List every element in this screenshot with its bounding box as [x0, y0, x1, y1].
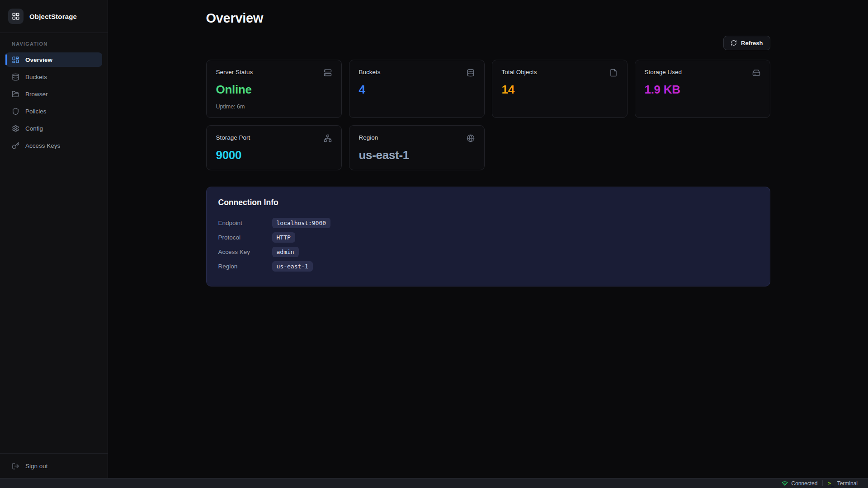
stats-grid: Server Status Online Uptime: 6m: [206, 60, 770, 170]
server-icon: [324, 69, 332, 77]
sidebar-item-label: Access Keys: [25, 142, 60, 149]
hard-drive-icon: [752, 69, 760, 77]
nav-section-label: NAVIGATION: [12, 41, 102, 47]
sidebar-item-label: Config: [25, 125, 43, 132]
terminal-toggle[interactable]: >_ Terminal: [823, 480, 863, 487]
connection-info-panel: Connection Info Endpoint localhost:9000 …: [206, 187, 770, 286]
stat-value: 1.9 KB: [645, 83, 760, 97]
refresh-label: Refresh: [741, 40, 763, 47]
sidebar-item-access-keys[interactable]: Access Keys: [5, 138, 102, 153]
grid-icon: [12, 12, 20, 20]
database-icon: [467, 69, 475, 77]
connection-row-region: Region us-east-1: [218, 259, 758, 273]
gear-icon: [12, 125, 19, 132]
refresh-icon: [731, 40, 737, 46]
app-title: ObjectStorage: [29, 13, 77, 20]
sidebar-item-label: Policies: [25, 108, 47, 115]
folder-open-icon: [12, 90, 19, 98]
stat-card-storage-port: Storage Port 9000: [206, 125, 342, 170]
stat-card-server-status: Server Status Online Uptime: 6m: [206, 60, 342, 118]
refresh-button[interactable]: Refresh: [723, 36, 770, 50]
stat-label: Total Objects: [502, 69, 537, 75]
stat-label: Storage Port: [216, 134, 250, 141]
stat-card-storage-used: Storage Used 1.9 KB: [635, 60, 770, 118]
sidebar-footer: Sign out: [0, 453, 108, 478]
sidebar-item-browser[interactable]: Browser: [5, 87, 102, 101]
sidebar-nav: NAVIGATION Overview: [0, 33, 108, 155]
object-storage-app: ObjectStorage NAVIGATION Overview: [0, 0, 868, 488]
connection-row-value: localhost:9000: [272, 218, 331, 228]
main-content: Overview Refresh Server Status: [108, 0, 868, 478]
page-title: Overview: [206, 11, 770, 26]
network-icon: [324, 134, 332, 142]
stat-card-total-objects: Total Objects 14: [492, 60, 627, 118]
connection-row-value: us-east-1: [272, 261, 313, 272]
terminal-prompt-icon: >_: [828, 480, 834, 486]
stat-label: Storage Used: [645, 69, 682, 75]
connection-info-title: Connection Info: [218, 198, 758, 207]
connection-row-label: Access Key: [218, 249, 272, 255]
connection-row-label: Endpoint: [218, 220, 272, 226]
sidebar-item-overview[interactable]: Overview: [5, 52, 102, 67]
wifi-icon: [782, 480, 788, 487]
connection-row-value: HTTP: [272, 232, 295, 243]
active-accent-bar: [5, 54, 7, 65]
stat-value: Online: [216, 83, 332, 97]
app-logo-icon: [8, 9, 24, 24]
stat-card-region: Region us-east-1: [349, 125, 485, 170]
stat-card-buckets: Buckets 4: [349, 60, 485, 118]
stat-label: Buckets: [359, 69, 381, 75]
dashboard-icon: [12, 56, 19, 64]
connection-row-label: Region: [218, 263, 272, 270]
connection-status-label: Connected: [791, 480, 817, 487]
sign-out-label: Sign out: [25, 463, 48, 469]
sidebar-item-policies[interactable]: Policies: [5, 104, 102, 118]
stat-subtext: Uptime: 6m: [216, 103, 332, 110]
sign-out-button[interactable]: Sign out: [5, 459, 102, 473]
stat-value: 9000: [216, 148, 332, 162]
sidebar-item-label: Browser: [25, 91, 48, 98]
stat-label: Region: [359, 134, 378, 141]
stat-value: us-east-1: [359, 148, 475, 162]
key-icon: [12, 142, 19, 150]
sidebar-item-label: Buckets: [25, 74, 47, 80]
connection-row-label: Protocol: [218, 234, 272, 241]
connection-row-endpoint: Endpoint localhost:9000: [218, 216, 758, 230]
shield-icon: [12, 108, 19, 115]
sidebar-item-buckets[interactable]: Buckets: [5, 70, 102, 84]
database-icon: [12, 73, 19, 81]
sidebar-item-label: Overview: [25, 56, 52, 63]
log-out-icon: [12, 462, 19, 470]
terminal-label: Terminal: [837, 480, 858, 487]
connection-row-protocol: Protocol HTTP: [218, 230, 758, 244]
toolbar: Refresh: [206, 36, 770, 50]
connection-status: Connected: [777, 480, 822, 487]
connection-row-value: admin: [272, 247, 299, 257]
globe-icon: [467, 134, 475, 142]
file-icon: [609, 69, 618, 77]
status-bar: Connected >_ Terminal: [0, 478, 868, 488]
sidebar-item-config[interactable]: Config: [5, 121, 102, 136]
stat-value: 4: [359, 83, 475, 97]
stat-value: 14: [502, 83, 618, 97]
sidebar: ObjectStorage NAVIGATION Overview: [0, 0, 108, 478]
app-logo: ObjectStorage: [0, 0, 108, 33]
connection-row-access-key: Access Key admin: [218, 244, 758, 259]
stat-label: Server Status: [216, 69, 253, 75]
